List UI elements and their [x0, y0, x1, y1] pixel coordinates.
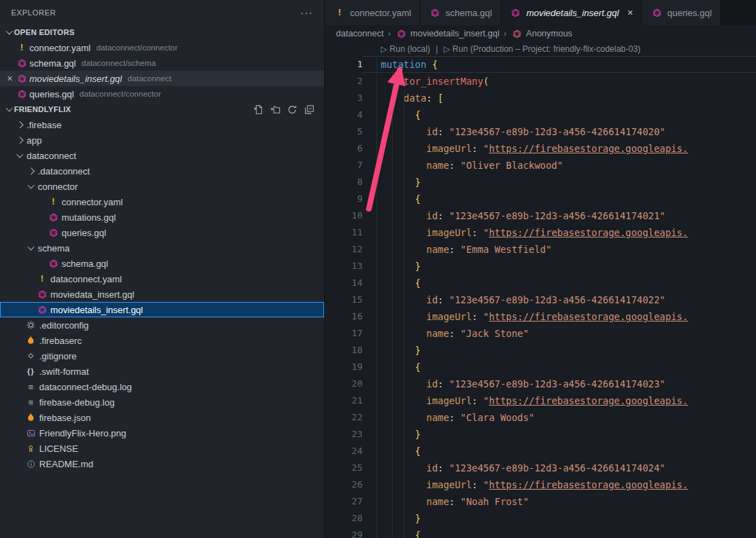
tab-moviedetails_insert.gql[interactable]: moviedetails_insert.gql× — [501, 0, 642, 25]
code-line-5[interactable]: 5 id: "123e4567-e89b-12d3-a456-426614174… — [325, 123, 756, 140]
code-line-23[interactable]: 23 } — [325, 426, 756, 443]
tree-folder-schema[interactable]: schema — [0, 240, 324, 256]
tree-file-queries.gql[interactable]: queries.gql — [0, 225, 324, 240]
code-line-26[interactable]: 26 imageUrl: "https://firebasestorage.go… — [325, 476, 756, 493]
breadcrumb-item-Anonymous[interactable]: Anonymous — [511, 29, 573, 39]
code-line-10[interactable]: 10 id: "123e4567-e89b-12d3-a456-42661417… — [325, 207, 756, 224]
explorer-sidebar: EXPLORER ··· OPEN EDITORS !connector.yam… — [0, 0, 325, 538]
open-editor-connector.yaml[interactable]: !connector.yamldataconnect/connector — [0, 40, 324, 55]
open-editor-moviedetails_insert.gql[interactable]: ×moviedetails_insert.gqldataconnect — [0, 71, 324, 86]
line-number: 9 — [325, 191, 363, 207]
file-name: FriendlyFlix-Hero.png — [39, 428, 126, 439]
code-line-24[interactable]: 24 { — [325, 443, 756, 460]
new-folder-icon[interactable] — [270, 104, 281, 115]
refresh-icon[interactable] — [287, 104, 298, 115]
tree-file-.firebaserc[interactable]: .firebaserc — [0, 333, 324, 348]
file-name: dataconnect.yaml — [50, 274, 122, 284]
tree-file-FriendlyFlix-Hero.png[interactable]: FriendlyFlix-Hero.png — [0, 425, 324, 441]
explorer-title: EXPLORER — [11, 8, 56, 17]
collapse-all-icon[interactable] — [304, 104, 314, 115]
editor-area: !connector.yamlschema.gqlmoviedetails_in… — [325, 0, 756, 538]
code-line-11[interactable]: 11 imageUrl: "https://firebasestorage.go… — [325, 224, 756, 241]
tree-file-README.md[interactable]: README.md — [0, 456, 324, 471]
tab-connector.yaml[interactable]: !connector.yaml — [325, 0, 420, 25]
tab-schema.gql[interactable]: schema.gql — [420, 0, 500, 25]
close-icon[interactable]: × — [4, 73, 15, 84]
chevron-down-icon — [15, 154, 24, 157]
workspace-header[interactable]: FRIENDLYFLIX — [0, 102, 324, 117]
tree-folder-app[interactable]: app — [0, 132, 324, 148]
tree-folder-dataconnect[interactable]: dataconnect — [0, 148, 324, 163]
code-line-2[interactable]: 2 ctor_insertMany( — [325, 73, 756, 90]
indent-guide — [404, 90, 405, 538]
code-text: id: "123e4567-e89b-12d3-a456-42661417402… — [363, 375, 756, 392]
open-editors-header[interactable]: OPEN EDITORS — [0, 25, 324, 40]
tree-folder-.firebase[interactable]: .firebase — [0, 117, 324, 132]
tree-file-firebase.json[interactable]: firebase.json — [0, 410, 324, 425]
tree-file-moviedata_insert.gql[interactable]: moviedata_insert.gql — [0, 287, 324, 302]
tab-queries.gql[interactable]: queries.gql — [642, 0, 721, 25]
open-editor-schema.gql[interactable]: schema.gqldataconnect/schema — [0, 55, 324, 71]
line-number: 16 — [325, 308, 363, 325]
code-line-13[interactable]: 13 } — [325, 258, 756, 275]
file-path: dataconnect — [127, 74, 172, 83]
file-path: dataconnect/connector — [80, 90, 161, 98]
breadcrumb-item-dataconnect[interactable]: dataconnect — [336, 29, 384, 39]
code-line-3[interactable]: 3 data: [ — [325, 90, 756, 106]
code-line-12[interactable]: 12 name: "Emma Westfield" — [325, 241, 756, 258]
code-line-22[interactable]: 22 name: "Clara Woods" — [325, 409, 756, 426]
run-production-button[interactable]: ▷ Run (Production – Project: friendly-fl… — [444, 44, 640, 54]
code-line-17[interactable]: 17 name: "Jack Stone" — [325, 325, 756, 342]
open-editor-queries.gql[interactable]: queries.gqldataconnect/connector — [0, 86, 324, 102]
close-icon[interactable]: × — [627, 7, 633, 18]
code-text: { — [363, 191, 756, 207]
code-line-19[interactable]: 19 { — [325, 359, 756, 375]
code-text: } — [363, 510, 756, 527]
tree-folder-.dataconnect[interactable]: .dataconnect — [0, 163, 324, 179]
run-local-button[interactable]: ▷ Run (local) — [381, 44, 430, 54]
line-number: 11 — [325, 224, 363, 241]
code-text: { — [363, 275, 756, 291]
code-line-7[interactable]: 7 name: "Oliver Blackwood" — [325, 157, 756, 174]
tree-file-.gitignore[interactable]: .gitignore — [0, 348, 324, 364]
code-line-4[interactable]: 4 { — [325, 106, 756, 123]
line-number: 25 — [325, 460, 363, 476]
file-name: dataconnect-debug.log — [39, 382, 132, 392]
tree-file-moviedetails_insert.gql[interactable]: moviedetails_insert.gql — [0, 302, 324, 317]
code-line-8[interactable]: 8 } — [325, 174, 756, 191]
workspace-actions — [253, 104, 324, 115]
file-tree: .firebaseappdataconnect.dataconnectconne… — [0, 117, 324, 471]
breadcrumb-item-moviedetails_insert.gql[interactable]: moviedetails_insert.gql — [395, 29, 499, 39]
code-line-18[interactable]: 18 } — [325, 342, 756, 359]
code-line-15[interactable]: 15 id: "123e4567-e89b-12d3-a456-42661417… — [325, 291, 756, 308]
code-line-25[interactable]: 25 id: "123e4567-e89b-12d3-a456-42661417… — [325, 460, 756, 476]
code-line-27[interactable]: 27 name: "Noah Frost" — [325, 493, 756, 510]
tree-file-dataconnect-debug.log[interactable]: ≡dataconnect-debug.log — [0, 379, 324, 394]
tree-file-connector.yaml[interactable]: !connector.yaml — [0, 194, 324, 209]
code-line-14[interactable]: 14 { — [325, 275, 756, 291]
code-line-28[interactable]: 28 } — [325, 510, 756, 527]
code-line-20[interactable]: 20 id: "123e4567-e89b-12d3-a456-42661417… — [325, 375, 756, 392]
tree-file-.editorconfig[interactable]: .editorconfig — [0, 317, 324, 333]
line-number: 12 — [325, 241, 363, 258]
code-line-9[interactable]: 9 { — [325, 191, 756, 207]
tree-file-LICENSE[interactable]: LICENSE — [0, 441, 324, 456]
code-line-16[interactable]: 16 imageUrl: "https://firebasestorage.go… — [325, 308, 756, 325]
graphql-icon — [15, 90, 28, 99]
code-line-21[interactable]: 21 imageUrl: "https://firebasestorage.go… — [325, 392, 756, 409]
tree-file-firebase-debug.log[interactable]: ≡firebase-debug.log — [0, 394, 324, 410]
vscode-window: EXPLORER ··· OPEN EDITORS !connector.yam… — [0, 0, 756, 538]
tree-file-mutations.gql[interactable]: mutations.gql — [0, 209, 324, 225]
tree-file-.swift-format[interactable]: {}.swift-format — [0, 364, 324, 379]
more-actions-icon[interactable]: ··· — [300, 9, 313, 16]
new-file-icon[interactable] — [253, 104, 264, 115]
code-line-1[interactable]: 1mutation { — [325, 56, 756, 73]
file-name: .gitignore — [39, 351, 76, 361]
tree-file-schema.gql[interactable]: schema.gql — [0, 256, 324, 271]
code-line-6[interactable]: 6 imageUrl: "https://firebasestorage.goo… — [325, 140, 756, 157]
code-editor[interactable]: 1mutation {2 ctor_insertMany(3 data: [4 … — [325, 56, 756, 538]
tree-file-dataconnect.yaml[interactable]: !dataconnect.yaml — [0, 271, 324, 287]
code-line-29[interactable]: 29 { — [325, 527, 756, 538]
code-text: id: "123e4567-e89b-12d3-a456-42661417402… — [363, 123, 756, 140]
tree-folder-connector[interactable]: connector — [0, 179, 324, 194]
